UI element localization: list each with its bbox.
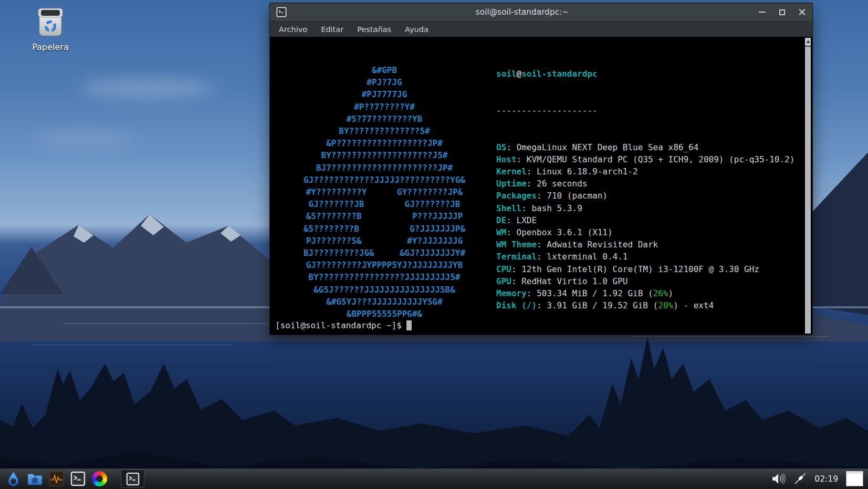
menu-item-ayuda[interactable]: Ayuda [398,23,435,36]
maximize-button[interactable] [778,8,786,16]
start-menu-button[interactable] [5,471,22,487]
sysinfo-row: GPU: RedHat Virtio 1.0 GPU [496,275,794,287]
cloud-wisp [79,79,215,98]
folder-home-icon [27,472,43,486]
color-picker-launcher[interactable] [91,471,108,487]
taskbar-clock[interactable]: 02:19 [813,474,839,484]
close-button[interactable] [798,8,806,16]
task-monitor-launcher[interactable] [48,471,65,487]
terminal-launcher[interactable] [69,471,86,487]
system-tray: 02:19 [771,471,863,486]
menu-item-pestañas[interactable]: Pestañas [350,23,398,36]
sysinfo-row: Shell: bash 5.3.9 [496,202,794,214]
desktop-pager[interactable] [846,471,863,486]
sysinfo-row: WM: Openbox 3.6.1 (X11) [496,226,794,238]
sysinfo-row: Packages: 710 (pacman) [496,190,794,202]
window-title: soil@soil-standardpc:~ [287,7,758,17]
sysinfo-row: OS: OmegaLinux NEXT Deep Blue Sea x86_64 [496,141,794,153]
sysinfo-row: Disk (/): 3.91 GiB / 19.52 GiB (20%) - e… [496,299,794,311]
taskbar: 02:19 [0,469,868,489]
sysinfo-row: Terminal: lxterminal 0.4.1 [496,251,794,263]
terminal-icon [126,472,140,486]
scrollbar-thumb[interactable] [805,47,811,334]
ascii-art-logo: &#GPB #PJ?7JG #PJ7777JG #P??7?????Y# #5?… [276,64,493,320]
terminal-icon [70,471,86,486]
menu-bar: ArchivoEditarPestañasAyuda [270,21,812,37]
cloud-wisp [32,131,137,145]
taskbar-window-button-terminal[interactable] [121,470,144,488]
window-terminal-icon [276,7,287,17]
sysinfo-row: CPU: 12th Gen Intel(R) Core(TM) i3-12100… [496,263,794,275]
sysinfo-row: Kernel: Linux 6.18.9-arch1-2 [496,165,794,178]
sysinfo-header: soil@soil-standardpc [496,68,794,80]
minimize-button[interactable] [758,8,766,16]
shell-prompt: [soil@soil-standardpc ~]$ [275,320,412,330]
color-wheel-icon [92,471,107,486]
sysinfo-row: Memory: 503.34 MiB / 1.92 GiB (26%) [496,287,794,299]
sysinfo-rows: OS: OmegaLinux NEXT Deep Blue Sea x86_64… [496,141,794,312]
speaker-volume-icon[interactable] [771,473,787,485]
sysinfo-row: Uptime: 26 seconds [496,178,794,190]
network-plug-icon[interactable] [793,472,807,485]
sysinfo-row: WM Theme: Adwaita Revisited Dark [496,238,794,251]
sysinfo-separator: -------------------- [496,105,794,117]
terminal-scrollbar[interactable] [805,38,811,334]
text-cursor [406,320,412,330]
desktop-icon-trash[interactable]: Papelera [18,6,83,52]
scroll-up-arrow-icon[interactable] [805,38,811,46]
menu-item-editar[interactable]: Editar [314,23,350,36]
window-titlebar[interactable]: soil@soil-standardpc:~ [270,3,812,21]
trash-can-icon [36,6,65,40]
system-info: soil@soil-standardpc -------------------… [496,44,794,335]
droplet-logo-icon [7,471,20,487]
sysinfo-row: Host: KVM/QEMU Standard PC (Q35 + ICH9, … [496,153,794,165]
terminal-body[interactable]: &#GPB #PJ?7JG #PJ7777JG #P??7?????Y# #5?… [270,37,812,335]
file-manager-launcher[interactable] [26,471,43,487]
terminal-window: soil@soil-standardpc:~ ArchivoEditarPest… [269,3,813,335]
trash-icon-label: Papelera [18,42,83,52]
sysinfo-row: DE: LXDE [496,214,794,226]
task-monitor-icon [49,471,64,486]
menu-item-archivo[interactable]: Archivo [272,23,314,36]
